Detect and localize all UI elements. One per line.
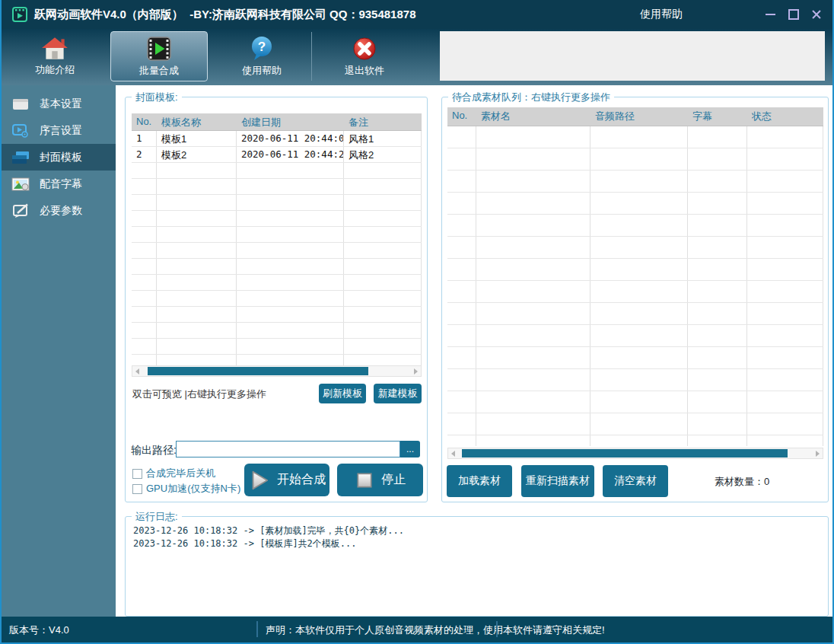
empty-cell — [747, 259, 823, 280]
toolbar-item-label: 退出软件 — [345, 64, 384, 78]
column-header[interactable]: 状态 — [747, 107, 823, 126]
play-icon — [248, 470, 269, 491]
sidebar-item-cover-template[interactable]: 封面模板 — [2, 144, 116, 171]
window-controls — [765, 9, 822, 21]
cell-create-date: 2020-06-11 20:44:27 — [237, 147, 344, 162]
checkbox-label: 合成完毕后关机 — [146, 467, 215, 480]
empty-cell — [344, 195, 422, 210]
log-line: 2023-12-26 10:18:32 -> [素材加载]完毕，共{0}个素材.… — [133, 524, 820, 537]
empty-cell — [447, 413, 476, 435]
toolbar-item-batch[interactable]: 批量合成 — [110, 31, 208, 81]
empty-cell — [132, 291, 157, 306]
empty-cell — [476, 148, 590, 170]
rescan-material-button[interactable]: 重新扫描素材 — [521, 465, 594, 497]
scroll-right-arrow-icon[interactable] — [813, 448, 823, 458]
scroll-track[interactable] — [458, 448, 813, 458]
close-icon[interactable] — [810, 9, 822, 21]
log-output[interactable]: 2023-12-26 10:18:32 -> [素材加载]完毕，共{0}个素材.… — [133, 524, 820, 611]
table-row[interactable]: 1 模板1 2020-06-11 20:44:06 风格1 — [132, 131, 422, 147]
start-button-label: 开始合成 — [277, 472, 326, 488]
browse-button[interactable]: ... — [400, 441, 420, 457]
empty-cell — [747, 281, 823, 302]
maximize-icon[interactable] — [788, 9, 799, 21]
stop-button[interactable]: 停止 — [337, 464, 423, 496]
scroll-thumb[interactable] — [462, 449, 788, 457]
column-header[interactable]: 字幕 — [688, 107, 747, 126]
empty-cell — [132, 243, 157, 258]
toolbar-item-intro[interactable]: 功能介绍 — [9, 31, 100, 81]
minimize-icon[interactable] — [765, 9, 776, 21]
shutdown-checkbox[interactable]: 合成完毕后关机 — [132, 467, 215, 480]
template-hint: 双击可预览 |右键执行更多操作 — [132, 387, 266, 401]
empty-cell — [590, 215, 688, 236]
scroll-track[interactable] — [142, 366, 411, 376]
empty-cell — [688, 193, 747, 214]
empty-cell — [747, 215, 823, 236]
sidebar-item-dubbing-subtitle[interactable]: 配音字幕 — [2, 171, 116, 197]
empty-cell — [476, 369, 590, 391]
titlebar-help-link[interactable]: 使用帮助 — [640, 8, 683, 21]
empty-cell — [688, 369, 747, 391]
table-row[interactable]: 2 模板2 2020-06-11 20:44:27 风格2 — [132, 147, 422, 163]
template-table-hscrollbar[interactable] — [132, 365, 422, 377]
checkbox-box[interactable] — [132, 484, 142, 494]
empty-cell — [590, 148, 688, 170]
home-icon — [40, 36, 69, 62]
table-empty-row — [447, 215, 823, 237]
empty-cell — [132, 307, 157, 322]
material-queue-panel: 待合成素材队列：右键执行更多操作 No. 素材名 音频路径 字幕 状态 加载素材… — [441, 97, 829, 502]
checkbox-box[interactable] — [132, 469, 142, 479]
material-count: 素材数量：0 — [715, 475, 769, 489]
sidebar-item-label: 必要参数 — [40, 204, 82, 218]
start-synthesis-button[interactable]: 开始合成 — [244, 464, 329, 496]
empty-cell — [447, 193, 476, 214]
column-header[interactable]: 素材名 — [476, 107, 590, 126]
cell-no: 1 — [132, 131, 157, 146]
empty-cell — [132, 339, 157, 354]
sidebar-item-basic-settings[interactable]: 基本设置 — [2, 91, 116, 117]
empty-cell — [747, 193, 823, 214]
empty-cell — [237, 259, 344, 274]
empty-cell — [476, 391, 590, 413]
column-header[interactable]: 音频路径 — [590, 107, 688, 126]
output-path-input[interactable] — [176, 441, 400, 457]
column-header[interactable]: 创建日期 — [237, 113, 344, 130]
column-header[interactable]: No. — [132, 113, 157, 130]
empty-cell — [132, 275, 157, 290]
table-empty-row — [132, 259, 422, 275]
sidebar-item-preface-settings[interactable]: 序言设置 — [2, 117, 116, 144]
empty-cell — [132, 163, 157, 178]
empty-cell — [344, 243, 422, 258]
empty-cell — [688, 391, 747, 413]
sidebar-item-required-params[interactable]: 必要参数 — [2, 197, 116, 224]
column-header[interactable]: 备注 — [344, 113, 422, 130]
cell-template-name: 模板1 — [157, 131, 237, 146]
refresh-template-button[interactable]: 刷新模板 — [319, 384, 366, 403]
gpu-checkbox[interactable]: GPU加速(仅支持N卡) — [132, 482, 240, 496]
empty-cell — [132, 195, 157, 210]
load-material-button[interactable]: 加载素材 — [447, 465, 512, 497]
toolbar-item-help[interactable]: ? 使用帮助 — [216, 31, 307, 81]
column-header[interactable]: No. — [447, 107, 476, 126]
empty-cell — [476, 171, 590, 192]
panel-title: 待合成素材队列：右键执行更多操作 — [448, 91, 614, 104]
scroll-left-arrow-icon[interactable] — [132, 366, 142, 376]
new-template-button[interactable]: 新建模板 — [374, 384, 422, 403]
clear-material-button[interactable]: 清空素材 — [603, 465, 668, 497]
scroll-right-arrow-icon[interactable] — [411, 366, 421, 376]
scroll-left-arrow-icon[interactable] — [448, 448, 458, 458]
title-bar: 跃网动画软件V4.0（内部版） -BY:济南跃网科技有限公司 QQ：935481… — [2, 0, 832, 29]
queue-table-hscrollbar[interactable] — [447, 448, 823, 459]
empty-cell — [688, 126, 747, 148]
empty-cell — [132, 323, 157, 338]
table-empty-row — [132, 323, 422, 339]
toolbar-item-exit[interactable]: 退出软件 — [319, 31, 410, 81]
empty-cell — [590, 126, 688, 148]
empty-cell — [447, 369, 476, 391]
scroll-thumb[interactable] — [148, 367, 368, 375]
empty-cell — [157, 307, 237, 322]
column-header[interactable]: 模板名称 — [157, 113, 237, 130]
empty-cell — [688, 171, 747, 192]
run-log-panel: 运行日志: 2023-12-26 10:18:32 -> [素材加载]完毕，共{… — [125, 516, 829, 617]
empty-cell — [747, 347, 823, 368]
